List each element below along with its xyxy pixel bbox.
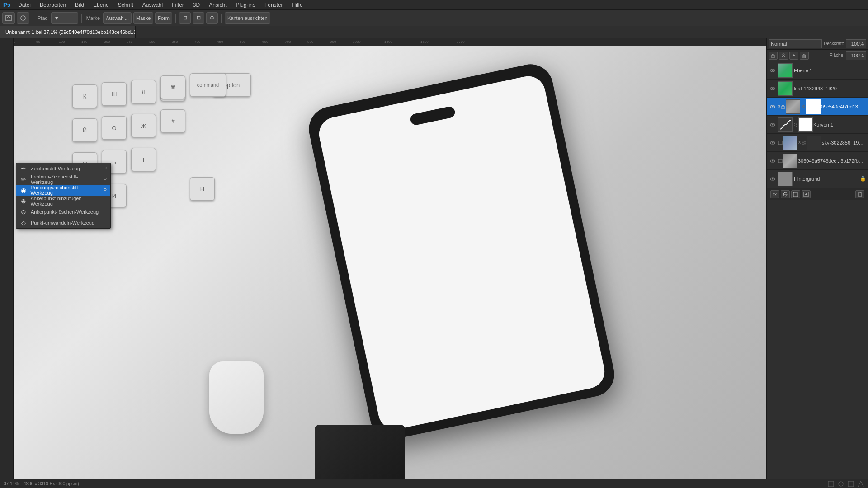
svg-point-28 xyxy=(772,70,774,71)
layer-mask-thumbnail xyxy=(807,136,821,150)
menu-plugins[interactable]: Plug-ins xyxy=(231,0,260,10)
flyout-convert-point[interactable]: ◇ Punkt-umwandeln-Werkzeug xyxy=(16,217,110,228)
delete-layer-btn[interactable] xyxy=(855,190,864,198)
layer-visibility-toggle[interactable] xyxy=(769,175,777,183)
statusbar-dimensions: 4936 x 3319 Px (300 ppcm) xyxy=(24,481,79,486)
opacity-input[interactable] xyxy=(846,39,866,48)
menu-bild[interactable]: Bild xyxy=(71,0,89,10)
status-icon3 xyxy=(847,480,854,488)
svg-rect-41 xyxy=(778,159,782,163)
layer-name: sky-3022856_1920... xyxy=(822,140,866,145)
layer-visibility-toggle[interactable] xyxy=(769,139,777,147)
status-icon4 xyxy=(857,480,864,488)
lock-all-btn[interactable] xyxy=(800,52,809,60)
toolbar-path-dropdown[interactable]: ▼ xyxy=(51,12,78,24)
menu-datei[interactable]: Datei xyxy=(14,0,35,10)
svg-point-32 xyxy=(772,106,774,107)
svg-point-30 xyxy=(772,88,774,89)
menu-auswahl[interactable]: Auswahl xyxy=(138,0,167,10)
toolbar-home[interactable] xyxy=(2,12,15,24)
layer-lock-icon: 🔒 xyxy=(860,176,866,182)
new-group-btn[interactable] xyxy=(791,190,800,198)
layer-smart-icon xyxy=(778,141,783,145)
layer-09c540[interactable]: 3 ⛓ 09c540e4f70d13...43ce46bd18f3f2 xyxy=(767,98,868,116)
layer-visibility-toggle[interactable] xyxy=(769,84,777,93)
layer-306049[interactable]: 306049a5746dec...3b172fb3a6c08 xyxy=(767,152,868,170)
menu-filter[interactable]: Filter xyxy=(167,0,189,10)
toolbar-kanten-text: Kanten ausrichten xyxy=(227,15,268,21)
ruler-mark: 1700 xyxy=(457,38,465,46)
document-tab[interactable]: Unbenannt-1 bei 37,1% (09c540e4f70d13ebb… xyxy=(0,26,136,38)
ruler-mark: 600 xyxy=(262,38,268,46)
toolbar-gear-btn[interactable]: ⚙ xyxy=(206,12,218,24)
layer-visibility-toggle[interactable] xyxy=(769,121,777,129)
key: Й xyxy=(72,118,97,142)
new-layer-btn[interactable] xyxy=(802,190,811,198)
layer-leaf[interactable]: leaf-1482948_1920 xyxy=(767,80,868,98)
ruler-mark: 200 xyxy=(104,38,110,46)
svg-point-35 xyxy=(772,124,774,125)
layer-chain-icon: ⛓ xyxy=(793,122,797,127)
lock-image-btn[interactable] xyxy=(779,52,788,60)
svg-point-48 xyxy=(839,482,843,486)
menu-fenster[interactable]: Fenster xyxy=(260,0,288,10)
menu-hilfe[interactable]: Hilfe xyxy=(288,0,307,10)
toolbar-path-select[interactable] xyxy=(17,12,29,24)
canvas-area[interactable]: К Ш Л Б option Й О Ж М Ь Т Р И ⌘ command… xyxy=(14,46,766,479)
layer-sky[interactable]: 3 ⛓ sky-3022856_1920... xyxy=(767,134,868,152)
layer-badge: 3 xyxy=(798,141,801,145)
layer-name: leaf-1482948_1920 xyxy=(794,86,866,91)
statusbar-right xyxy=(827,480,864,488)
fx-button[interactable]: fx xyxy=(770,190,779,198)
curve-pen-icon: ◉ xyxy=(20,187,27,194)
flyout-zeichenstift[interactable]: ✒ Zeichenstift-Werkzeug P xyxy=(16,163,110,174)
lock-transparent-btn[interactable] xyxy=(769,52,778,60)
layer-kurven1[interactable]: ⛓ Kurven 1 xyxy=(767,116,868,134)
layer-visibility-toggle[interactable] xyxy=(769,66,777,75)
flyout-shortcut: P xyxy=(104,166,107,171)
svg-point-43 xyxy=(772,178,774,179)
toolbar-kanten-btn[interactable]: Kanten ausrichten xyxy=(225,12,270,24)
del-anchor-icon: ⊖ xyxy=(20,208,27,216)
ruler-mark: 150 xyxy=(81,38,87,46)
fill-input[interactable] xyxy=(846,51,866,60)
flyout-item-label: Ankerpunkt-hinzufügen-Werkzeug xyxy=(30,196,103,206)
svg-text:Ps: Ps xyxy=(3,1,10,8)
layer-hintergrund[interactable]: Hintergrund 🔒 xyxy=(767,170,868,188)
toolbar-form-btn[interactable]: Form xyxy=(155,12,172,24)
panel-content: 🔍 T xyxy=(767,25,868,188)
key: command xyxy=(190,73,226,97)
toolbar-auswahl-btn[interactable]: Auswahl... xyxy=(103,12,132,24)
layer-chain-icon: ⛓ xyxy=(802,141,806,145)
svg-rect-49 xyxy=(848,481,854,487)
key: Ж xyxy=(131,114,156,137)
flyout-item-label: Ankerpunkt-löschen-Werkzeug xyxy=(31,209,99,215)
menu-ansicht[interactable]: Ansicht xyxy=(204,0,231,10)
flyout-freiform[interactable]: ✏ Freiform-Zeichenstift-Werkzeug P xyxy=(16,174,110,185)
menu-3d[interactable]: 3D xyxy=(189,0,204,10)
layer-mask-thumbnail xyxy=(806,99,821,114)
menu-ebene[interactable]: Ebene xyxy=(89,0,113,10)
blend-mode-select[interactable]: Normal xyxy=(769,39,822,48)
layer-visibility-toggle[interactable] xyxy=(769,103,776,110)
ruler-mark: 700 xyxy=(285,38,291,46)
flyout-rundungs[interactable]: ◉ Rundungszeichenstift-Werkzeug P xyxy=(16,185,110,196)
lock-artboard-btn[interactable]: + xyxy=(789,52,798,60)
ruler-mark: 0 xyxy=(14,38,15,46)
flyout-add-anchor[interactable]: ⊕ Ankerpunkt-hinzufügen-Werkzeug xyxy=(16,196,110,206)
ruler-vertical xyxy=(0,46,14,479)
new-fill-adjustment-btn[interactable] xyxy=(781,190,790,198)
menu-bearbeiten[interactable]: Bearbeiten xyxy=(35,0,71,10)
toolbar-transform-btn[interactable]: ⊟ xyxy=(193,12,204,24)
layer-visibility-toggle[interactable] xyxy=(769,157,777,165)
layer-ebene1[interactable]: Ebene 1 xyxy=(767,61,868,80)
layer-chain-icon: ⛓ xyxy=(801,104,805,109)
flyout-delete-anchor[interactable]: ⊖ Ankerpunkt-löschen-Werkzeug xyxy=(16,206,110,217)
toolbar-maske-btn[interactable]: Maske xyxy=(133,12,153,24)
add-anchor-icon: ⊕ xyxy=(20,197,27,205)
layer-name: 09c540e4f70d13...43ce46bd18f3f2 xyxy=(821,104,866,109)
menu-schrift[interactable]: Schrift xyxy=(113,0,138,10)
toolbar-marker-label: Marke xyxy=(85,15,102,21)
toolbar-align-btn[interactable]: ⊞ xyxy=(179,12,191,24)
ruler-mark: 500 xyxy=(240,38,245,46)
